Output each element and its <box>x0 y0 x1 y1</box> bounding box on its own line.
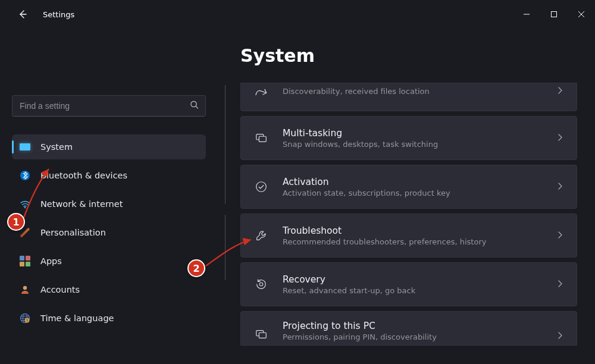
sidebar-item-time-language[interactable]: Time & language <box>12 306 206 331</box>
svg-point-11 <box>259 283 263 286</box>
scroll-indicator <box>225 85 226 204</box>
setting-subtitle: Recommended troubleshooters, preferences… <box>283 237 541 246</box>
sidebar-item-bluetooth[interactable]: Bluetooth & devices <box>12 163 206 188</box>
share-icon <box>254 86 268 100</box>
sidebar-item-label: Network & internet <box>40 199 123 209</box>
annotation-badge-2: 2 <box>187 259 205 277</box>
setting-title: Activation <box>283 177 541 187</box>
chevron-right-icon <box>555 230 566 241</box>
sidebar-item-label: Bluetooth & devices <box>40 171 127 180</box>
setting-title: Troubleshoot <box>283 225 541 236</box>
activation-icon <box>254 180 268 194</box>
search-icon <box>190 101 199 112</box>
apps-icon <box>19 255 31 267</box>
setting-item-nearby-sharing[interactable]: Discoverability, received files location <box>240 83 577 111</box>
user-block <box>12 29 206 95</box>
setting-title: Multi-tasking <box>283 128 541 139</box>
svg-point-4 <box>23 286 27 290</box>
multitasking-icon <box>254 131 268 145</box>
setting-subtitle: Reset, advanced start-up, go back <box>283 286 541 295</box>
sidebar-item-label: System <box>40 142 73 152</box>
chevron-right-icon <box>555 181 566 192</box>
chevron-right-icon <box>555 86 566 96</box>
time-language-icon <box>19 312 31 324</box>
system-icon <box>19 141 31 153</box>
sidebar-item-label: Time & language <box>40 313 114 323</box>
setting-title: Projecting to this PC <box>283 321 541 331</box>
svg-rect-9 <box>259 136 266 142</box>
app-title: Settings <box>43 10 74 19</box>
setting-item-projecting[interactable]: Projecting to this PC Permissions, pairi… <box>240 311 577 346</box>
setting-item-troubleshoot[interactable]: Troubleshoot Recommended troubleshooters… <box>240 214 577 258</box>
svg-point-1 <box>191 101 196 106</box>
minimize-button[interactable] <box>513 5 540 24</box>
recovery-icon <box>254 277 268 291</box>
sidebar-item-personalisation[interactable]: Personalisation <box>12 220 206 245</box>
chevron-right-icon <box>555 331 566 341</box>
network-icon <box>19 198 31 210</box>
setting-item-recovery[interactable]: Recovery Reset, advanced start-up, go ba… <box>240 262 577 306</box>
bluetooth-icon <box>19 170 31 181</box>
setting-item-activation[interactable]: Activation Activation state, subscriptio… <box>240 165 577 209</box>
chevron-right-icon <box>555 279 566 290</box>
setting-subtitle: Permissions, pairing PIN, discoverabilit… <box>283 332 541 341</box>
maximize-button[interactable] <box>540 5 568 24</box>
chevron-right-icon <box>555 133 566 143</box>
svg-rect-0 <box>552 12 557 17</box>
svg-rect-13 <box>259 332 266 338</box>
sidebar-item-accounts[interactable]: Accounts <box>12 277 206 302</box>
setting-item-multitasking[interactable]: Multi-tasking Snap windows, desktops, ta… <box>240 116 577 160</box>
setting-subtitle: Snap windows, desktops, task switching <box>283 140 541 149</box>
svg-point-3 <box>24 207 26 208</box>
svg-point-10 <box>256 182 267 192</box>
sidebar-item-label: Apps <box>40 256 62 266</box>
sidebar-item-apps[interactable]: Apps <box>12 249 206 274</box>
sidebar-item-network[interactable]: Network & internet <box>12 192 206 216</box>
search-input[interactable] <box>12 95 206 117</box>
back-button[interactable] <box>14 6 31 23</box>
scroll-indicator <box>225 215 226 280</box>
sidebar-item-label: Personalisation <box>40 228 106 237</box>
annotation-badge-1: 1 <box>7 213 25 231</box>
setting-subtitle: Discoverability, received files location <box>283 87 541 96</box>
close-button[interactable] <box>568 5 595 24</box>
troubleshoot-icon <box>254 228 268 243</box>
accounts-icon <box>19 284 31 296</box>
setting-subtitle: Activation state, subscriptions, product… <box>283 189 541 197</box>
sidebar-item-system[interactable]: System <box>12 134 206 159</box>
projecting-icon <box>254 327 268 341</box>
sidebar-item-label: Accounts <box>40 285 80 294</box>
setting-title: Recovery <box>283 274 541 285</box>
page-title: System <box>240 45 577 66</box>
